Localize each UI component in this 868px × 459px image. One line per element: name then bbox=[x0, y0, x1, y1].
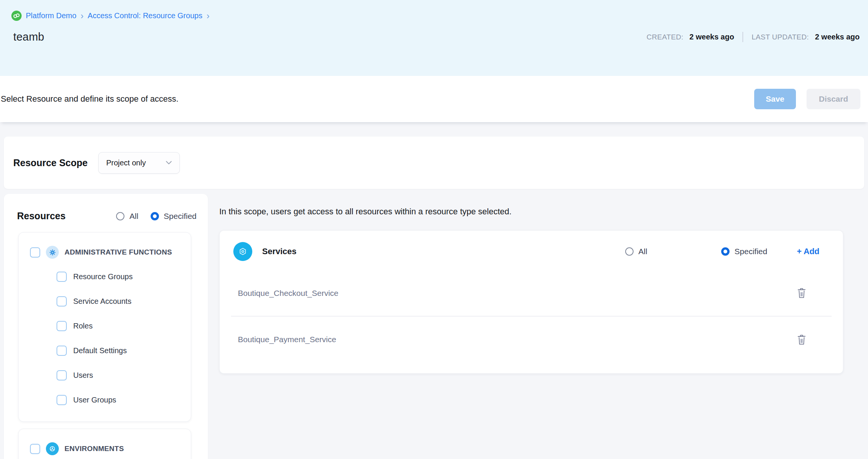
resource-item-users: Users bbox=[19, 363, 191, 388]
resource-item-default-settings: Default Settings bbox=[19, 338, 191, 363]
item-label: Service Accounts bbox=[73, 297, 131, 306]
action-bar-description: Select Resource and define its scope of … bbox=[1, 94, 754, 104]
services-radio-all[interactable]: All bbox=[625, 247, 647, 256]
services-icon bbox=[233, 242, 252, 261]
checkbox-administrative-functions[interactable] bbox=[30, 247, 40, 258]
platform-logo-icon bbox=[11, 11, 22, 21]
checkbox-resource-groups[interactable] bbox=[57, 272, 67, 282]
radio-circle-selected[interactable] bbox=[721, 247, 730, 256]
trash-icon bbox=[797, 334, 807, 345]
resource-scope-selected-value: Project only bbox=[106, 159, 146, 167]
group-name: ENVIRONMENTS bbox=[64, 445, 124, 453]
trash-icon bbox=[797, 288, 807, 299]
created-value: 2 weeks ago bbox=[689, 33, 734, 41]
resources-radio-specified[interactable]: Specified bbox=[151, 212, 197, 221]
group-name: ADMINISTRATIVE FUNCTIONS bbox=[64, 248, 172, 256]
resource-item-service-accounts: Service Accounts bbox=[19, 289, 191, 314]
breadcrumb-chevron-icon: › bbox=[80, 12, 83, 20]
record-meta: CREATED: 2 weeks ago LAST UPDATED: 2 wee… bbox=[646, 32, 860, 42]
resource-item-roles: Roles bbox=[19, 314, 191, 338]
delete-service-button[interactable] bbox=[796, 287, 807, 299]
page-header: Platform Demo › Access Control: Resource… bbox=[0, 0, 868, 76]
radio-circle-selected[interactable] bbox=[151, 212, 159, 220]
chevron-down-icon bbox=[166, 161, 172, 165]
resource-scope-panel: Resource Scope Project only bbox=[4, 137, 864, 189]
discard-button[interactable]: Discard bbox=[807, 89, 860, 109]
resources-panel: Resources All Specified bbox=[4, 194, 208, 459]
services-card: Services All Specified + Add Boutique_Ch… bbox=[219, 230, 843, 374]
checkbox-roles[interactable] bbox=[57, 321, 67, 331]
resource-item-resource-groups: Resource Groups bbox=[19, 264, 191, 289]
service-name: Boutique_Checkout_Service bbox=[238, 289, 796, 298]
admin-functions-gear-icon bbox=[46, 246, 59, 259]
radio-all-label: All bbox=[638, 247, 647, 256]
resource-group-card-administrative-functions: ADMINISTRATIVE FUNCTIONS Resource Groups… bbox=[18, 232, 191, 422]
services-radio-specified[interactable]: Specified bbox=[721, 247, 767, 256]
radio-circle-unselected[interactable] bbox=[625, 247, 634, 256]
service-row: Boutique_Checkout_Service bbox=[231, 270, 832, 316]
radio-all-label: All bbox=[129, 212, 138, 221]
checkbox-users[interactable] bbox=[57, 370, 67, 380]
checkbox-service-accounts[interactable] bbox=[57, 296, 67, 307]
meta-divider bbox=[742, 32, 743, 42]
checkbox-user-groups[interactable] bbox=[57, 395, 67, 405]
group-header-environments: ENVIRONMENTS bbox=[19, 437, 191, 459]
breadcrumb: Platform Demo › Access Control: Resource… bbox=[11, 11, 860, 21]
radio-specified-label: Specified bbox=[164, 212, 197, 221]
action-bar: Select Resource and define its scope of … bbox=[0, 76, 868, 122]
resource-scope-label: Resource Scope bbox=[13, 157, 88, 168]
add-service-button[interactable]: + Add bbox=[797, 247, 819, 256]
breadcrumb-link-platform-demo[interactable]: Platform Demo bbox=[26, 11, 76, 20]
resources-radio-all[interactable]: All bbox=[116, 212, 138, 221]
save-button[interactable]: Save bbox=[754, 89, 796, 109]
item-label: User Groups bbox=[73, 396, 116, 404]
environments-globe-icon bbox=[46, 442, 59, 455]
checkbox-environments[interactable] bbox=[30, 444, 40, 454]
service-row: Boutique_Payment_Service bbox=[231, 316, 832, 363]
item-label: Resource Groups bbox=[73, 272, 133, 281]
resource-group-card-environments: ENVIRONMENTS bbox=[18, 429, 191, 459]
resources-title: Resources bbox=[17, 211, 66, 222]
scope-detail-area: In this scope, users get access to all r… bbox=[219, 194, 864, 374]
resource-item-user-groups: User Groups bbox=[19, 388, 191, 412]
last-updated-value: 2 weeks ago bbox=[815, 33, 860, 41]
item-label: Roles bbox=[73, 322, 93, 330]
created-label: CREATED: bbox=[646, 33, 683, 41]
services-title: Services bbox=[262, 247, 297, 256]
page-title: teamb bbox=[13, 31, 44, 43]
breadcrumb-chevron-icon: › bbox=[206, 12, 209, 20]
radio-circle-unselected[interactable] bbox=[116, 212, 124, 220]
resource-scope-dropdown[interactable]: Project only bbox=[98, 152, 180, 174]
breadcrumb-link-access-control[interactable]: Access Control: Resource Groups bbox=[88, 11, 202, 20]
service-name: Boutique_Payment_Service bbox=[238, 335, 796, 344]
radio-specified-label: Specified bbox=[734, 247, 767, 256]
main-content: Resource Scope Project only Resources Al… bbox=[0, 122, 868, 459]
group-header-administrative-functions: ADMINISTRATIVE FUNCTIONS bbox=[19, 240, 191, 264]
item-label: Default Settings bbox=[73, 346, 127, 355]
delete-service-button[interactable] bbox=[796, 333, 807, 346]
item-label: Users bbox=[73, 371, 93, 380]
last-updated-label: LAST UPDATED: bbox=[752, 33, 809, 41]
checkbox-default-settings[interactable] bbox=[57, 346, 67, 356]
scope-description: In this scope, users get access to all r… bbox=[219, 207, 864, 217]
